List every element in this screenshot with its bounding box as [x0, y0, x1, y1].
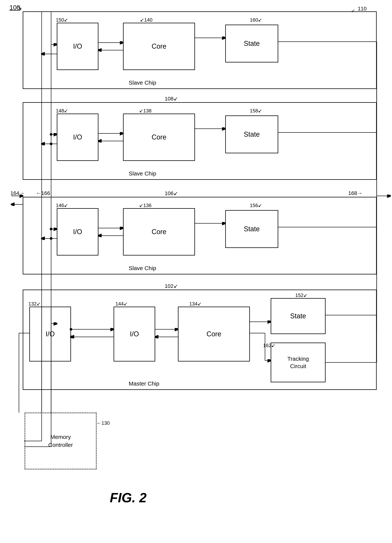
- block-state-160: State: [225, 25, 278, 62]
- block-io-148: I/O: [57, 113, 98, 161]
- block-tracking-circuit-162: TrackingCircuit: [271, 343, 326, 382]
- ref-150: 150↙: [56, 17, 68, 23]
- ref-130: ←130: [97, 420, 110, 426]
- block-core-140: Core: [123, 23, 195, 70]
- slave-chip-106-label: Slave Chip: [129, 265, 156, 272]
- block-core-134: Core: [178, 307, 250, 362]
- ref-158: 158↙: [250, 108, 262, 114]
- block-state-158: State: [225, 115, 278, 153]
- ref-100-arrow: ↘: [17, 4, 22, 11]
- block-core-136: Core: [123, 208, 195, 255]
- ref-140: ↙140: [140, 17, 152, 23]
- ref-110: 110: [358, 6, 367, 12]
- ref-164: 164→: [10, 190, 25, 196]
- block-memory-controller: MemoryController: [25, 413, 97, 469]
- master-chip-label: Master Chip: [129, 380, 159, 387]
- block-io-144: I/O: [114, 307, 155, 362]
- ref-168: 168→: [348, 190, 363, 196]
- block-state-152: State: [271, 298, 326, 334]
- ref-166: ←166: [36, 190, 50, 196]
- block-core-138: Core: [123, 113, 195, 161]
- ref-144: 144↙: [115, 301, 128, 307]
- ref-148: 148↙: [56, 108, 68, 114]
- slave-chip-110-label: Slave Chip: [129, 79, 156, 86]
- ref-102: 102↙: [165, 283, 178, 289]
- fig-label: FIG. 2: [110, 490, 147, 505]
- ref-156: 156↙: [250, 203, 262, 208]
- ref-132: 132↙: [28, 301, 41, 307]
- ref-152: 152↙: [295, 292, 307, 298]
- block-io-132: I/O: [29, 307, 71, 362]
- ref-106: 106↙: [165, 190, 178, 197]
- block-io-146: I/O: [57, 208, 98, 255]
- block-io-150: I/O: [57, 23, 98, 70]
- ref-108: 108↙: [165, 96, 178, 102]
- diagram-container: 100 ↘ 110 ↙ Slave Chip I/O 150↙ Core ↙14…: [0, 0, 392, 543]
- ref-146: 146↙: [56, 203, 68, 208]
- slave-chip-108-label: Slave Chip: [129, 170, 156, 177]
- ref-136: ↙136: [139, 203, 151, 208]
- ref-138: ↙138: [139, 108, 151, 114]
- ref-134: 134↙: [189, 301, 202, 307]
- block-state-156: State: [225, 210, 278, 248]
- ref-162: 162↙: [263, 343, 275, 348]
- ref-160: 160↙: [250, 17, 262, 23]
